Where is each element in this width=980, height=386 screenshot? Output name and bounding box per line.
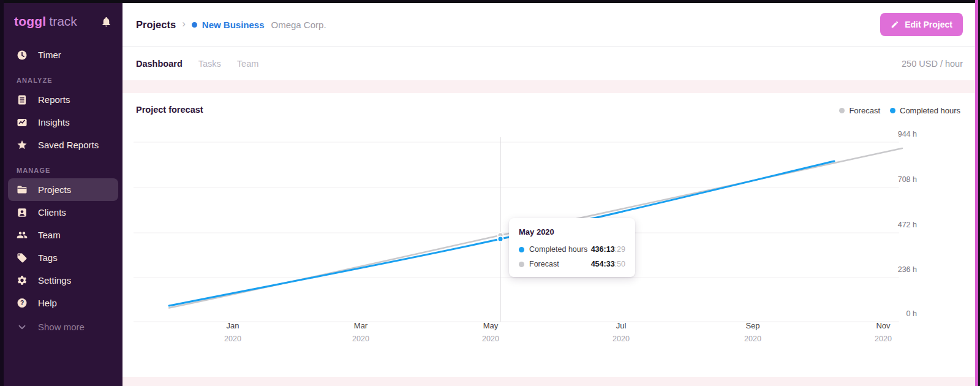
sidebar-item-label: Settings [38,275,71,286]
sidebar-item-clients[interactable]: Clients [8,201,118,224]
x-axis-month-label: Sep [745,321,760,330]
client-badge-icon [17,207,28,218]
sidebar-item-settings[interactable]: Settings [8,269,118,292]
legend-completed[interactable]: Completed hours [890,106,960,115]
edit-project-label: Edit Project [905,20,952,29]
sidebar-item-label: Reports [38,94,70,105]
window-frame-top [0,0,980,3]
window-edge-highlight [975,0,978,386]
y-axis-label: 236 h [898,265,917,274]
help-icon: ? [17,298,28,309]
forecast-dot-icon [839,108,845,113]
document-icon [17,94,28,105]
window-frame-left [0,0,4,386]
sidebar-item-help[interactable]: ? Help [8,292,118,314]
sidebar: toggl track Timer ANALYZE Reports Insigh… [4,3,123,386]
x-axis-year-label: 2020 [744,335,761,343]
sidebar-item-label: Help [38,298,57,308]
edit-project-button[interactable]: Edit Project [880,13,963,36]
sidebar-section-analyze: ANALYZE [17,77,110,84]
header-bar: Projects › New Business Omega Corp. Edit… [123,3,976,47]
chart-legend: Forecast Completed hours [839,106,960,115]
x-axis-month-label: Mar [354,321,368,330]
completed-dot-icon [519,247,524,252]
sidebar-item-timer[interactable]: Timer [8,44,118,66]
tooltip-value: 454:33:50 [591,260,625,268]
legend-completed-label: Completed hours [900,106,960,115]
legend-forecast-label: Forecast [849,106,880,115]
show-more-label: Show more [38,322,85,332]
svg-text:?: ? [20,300,24,306]
sidebar-section-manage: MANAGE [17,167,110,174]
insights-chart-icon [17,117,28,128]
clock-icon [17,50,28,61]
chevron-down-icon [17,322,28,333]
x-axis-year-label: 2020 [224,335,241,343]
y-axis-label: 708 h [898,175,917,184]
forecast-dot-icon [519,262,524,267]
y-axis-label: 0 h [907,309,917,318]
sidebar-item-label: Projects [38,184,71,195]
x-axis-year-label: 2020 [875,335,892,343]
breadcrumb-projects-link[interactable]: Projects [136,19,176,31]
tag-icon [17,252,28,263]
y-axis-label: 472 h [898,221,917,229]
forecast-card: Project forecast Forecast Completed hour… [123,93,976,377]
main-area: Projects › New Business Omega Corp. Edit… [123,3,976,386]
sidebar-item-insights[interactable]: Insights [8,111,118,134]
y-axis-label: 944 h [898,130,917,138]
chart-tooltip: May 2020 Completed hours 436:13:29 Forec… [509,218,635,277]
tab-bar: Dashboard Tasks Team 250 USD / hour [123,47,976,80]
sidebar-item-label: Saved Reports [38,140,99,150]
notifications-bell-icon[interactable] [100,16,112,28]
completed-dot-icon [890,108,895,113]
logo-row: toggl track [4,14,123,29]
sidebar-item-projects[interactable]: Projects [8,178,118,201]
x-axis-month-label: Jan [227,321,239,330]
sidebar-item-reports[interactable]: Reports [8,88,118,111]
tooltip-title: May 2020 [519,227,625,237]
tab-tasks[interactable]: Tasks [198,59,221,69]
folder-icon [17,184,28,195]
billable-rate: 250 USD / hour [902,59,963,69]
data-point[interactable] [498,237,503,242]
x-axis-year-label: 2020 [612,335,630,343]
toggl-track-wordmark: track [49,14,77,29]
legend-forecast[interactable]: Forecast [839,106,880,115]
x-axis-month-label: Jul [616,321,627,330]
sidebar-item-label: Clients [38,207,66,218]
chevron-right-icon: › [182,18,186,30]
x-axis-month-label: Nov [876,321,891,330]
breadcrumb-client-name: Omega Corp. [271,20,326,30]
gear-icon [17,275,28,286]
sidebar-item-label: Timer [38,50,61,60]
sidebar-item-team[interactable]: Team [8,224,118,246]
tooltip-row-forecast: Forecast 454:33:50 [519,260,625,268]
people-icon [17,230,28,241]
x-axis-year-label: 2020 [352,335,369,343]
star-icon [17,140,28,151]
tab-team[interactable]: Team [237,59,258,69]
pencil-icon [891,20,899,29]
tooltip-label: Forecast [529,260,559,268]
sidebar-show-more[interactable]: Show more [8,316,118,338]
card-title: Project forecast [136,105,203,115]
tab-dashboard[interactable]: Dashboard [136,59,183,69]
sidebar-item-label: Insights [38,117,70,127]
tooltip-label: Completed hours [529,245,587,254]
toggl-logo[interactable]: toggl [14,14,46,29]
tooltip-row-completed: Completed hours 436:13:29 [519,245,625,254]
breadcrumb: Projects › New Business Omega Corp. [136,18,326,31]
x-axis-month-label: May [483,321,499,330]
page-content: Project forecast Forecast Completed hour… [123,80,976,386]
tooltip-value: 436:13:29 [591,245,625,254]
project-color-dot [192,22,197,28]
sidebar-item-label: Tags [38,252,58,263]
x-axis-year-label: 2020 [482,335,499,343]
breadcrumb-project-name[interactable]: New Business [202,20,265,30]
sidebar-item-saved-reports[interactable]: Saved Reports [8,134,118,156]
app-window: toggl track Timer ANALYZE Reports Insigh… [4,3,976,386]
sidebar-item-label: Team [38,230,61,240]
sidebar-item-tags[interactable]: Tags [8,246,118,269]
